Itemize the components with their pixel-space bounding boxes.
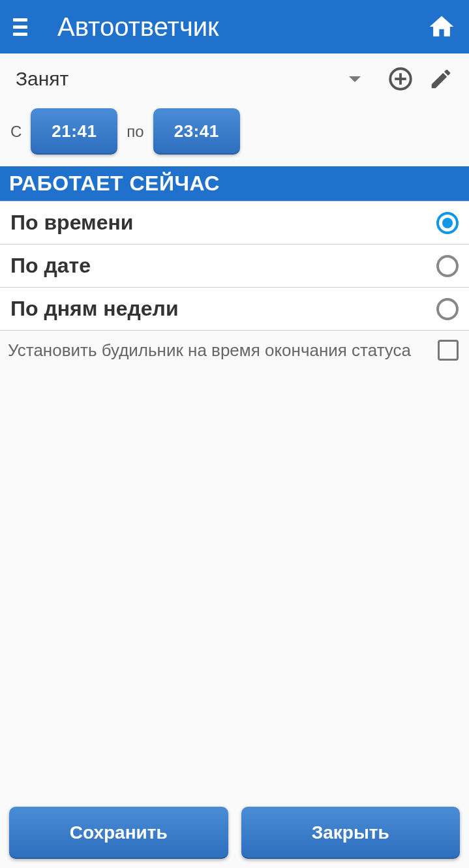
- option-label: По времени: [10, 211, 436, 235]
- menu-icon[interactable]: [13, 14, 39, 40]
- option-label: По дате: [10, 254, 436, 278]
- option-by-time[interactable]: По времени: [0, 201, 469, 245]
- time-from-label: С: [10, 123, 22, 141]
- checkbox-icon[interactable]: [438, 340, 459, 361]
- option-by-date[interactable]: По дате: [0, 245, 469, 288]
- status-dropdown-value: Занят: [16, 68, 68, 90]
- radio-icon: [436, 212, 459, 234]
- footer-actions: Сохранить Закрыть: [9, 807, 460, 859]
- section-header: РАБОТАЕТ СЕЙЧАС: [0, 166, 469, 201]
- radio-icon: [436, 255, 459, 277]
- status-toolbar: Занят: [0, 53, 469, 104]
- schedule-options: По времени По дате По дням недели: [0, 201, 469, 331]
- option-by-weekday[interactable]: По дням недели: [0, 288, 469, 331]
- close-button[interactable]: Закрыть: [241, 807, 461, 859]
- time-range-row: С 21:41 по 23:41: [0, 104, 469, 166]
- add-button[interactable]: [384, 63, 417, 95]
- radio-icon: [436, 298, 459, 320]
- save-button[interactable]: Сохранить: [9, 807, 228, 859]
- status-dropdown[interactable]: Занят: [16, 68, 376, 90]
- alarm-row[interactable]: Установить будильник на время окончания …: [0, 331, 469, 370]
- alarm-label: Установить будильник на время окончания …: [8, 340, 438, 361]
- time-from-button[interactable]: 21:41: [31, 108, 117, 155]
- option-label: По дням недели: [10, 297, 436, 321]
- time-to-label: по: [127, 123, 144, 141]
- edit-icon[interactable]: [425, 63, 457, 95]
- chevron-down-icon: [349, 76, 361, 82]
- home-icon[interactable]: [427, 12, 456, 41]
- page-title: Автоответчик: [57, 12, 219, 42]
- app-bar: Автоответчик: [0, 0, 469, 53]
- time-to-button[interactable]: 23:41: [153, 108, 240, 155]
